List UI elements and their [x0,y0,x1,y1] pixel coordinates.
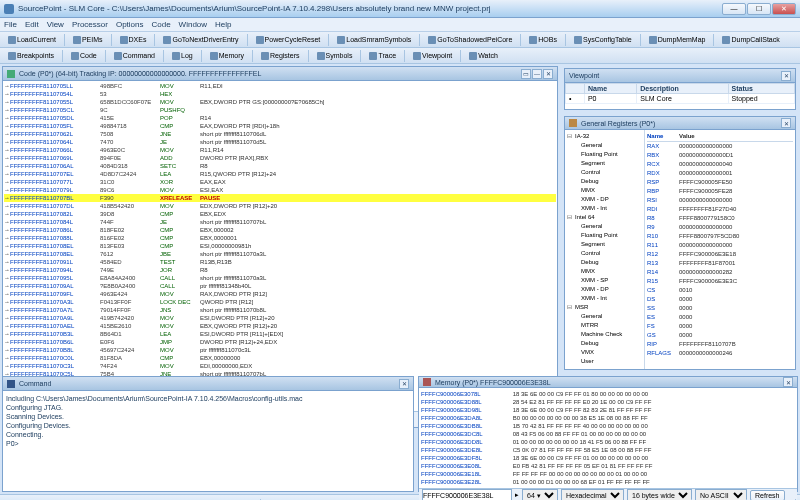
code-row[interactable]: →FFFFFFFFF81107066L 4963E0C MOV R11,R14 [4,146,556,154]
memory-row[interactable]: FFFFC900006E3E28L 01 00 00 00 D1 00 00 0… [421,478,795,486]
memory-row[interactable]: FFFFC900006E3DA8L B0 00 00 00 00 00 00 0… [421,414,795,422]
code-row[interactable]: →FFFFFFFFF8110705LL 498BFC MOV R11,EDI [4,82,556,90]
code-row[interactable]: →FFFFFFFFF811070A3L F0413FF0F LOCK DEC Q… [4,298,556,306]
memory-row[interactable]: FFFFC900006E3078L 18 3E 6E 00 00 C9 FF F… [421,390,795,398]
code-row[interactable]: →FFFFFFFFF81107082L 39D8 CMP EBX,EDX [4,210,556,218]
code-row[interactable]: →FFFFFFFFF81107062L 7508 JNE short ptr f… [4,130,556,138]
toolbar-loadcurrent[interactable]: LoadCurrent [4,34,60,46]
memory-mode-select[interactable]: Hexadecimal [561,489,624,500]
code-row[interactable]: →FFFFFFFFF8110707BL F390 XRELEASE PAUSE [4,194,556,202]
reg-category[interactable]: XMM - SP [567,276,642,285]
vp-row[interactable]: •P0SLM CoreStopped [566,94,795,104]
toolbar-registers[interactable]: Registers [257,50,304,62]
toolbar-breakpoints[interactable]: Breakpoints [4,50,58,62]
reg-category[interactable]: XMM - Int [567,204,642,213]
toolbar-powercyclereset[interactable]: PowerCycleReset [252,34,325,46]
menu-file[interactable]: File [4,20,17,29]
register-row[interactable]: CS 0010 [647,286,793,295]
toolbar-loadsmramsymbols[interactable]: LoadSmramSymbols [333,34,415,46]
vp-col[interactable]: Name [584,84,636,94]
reg-category[interactable]: XMM - DP [567,195,642,204]
code-row[interactable]: →FFFFFFFFF81107091L 4584ED TEST R13B,R13… [4,258,556,266]
code-row[interactable]: →FFFFFFFFF81107069L 894F0E ADD DWORD PTR… [4,154,556,162]
reg-category[interactable]: Debug [567,258,642,267]
reg-category[interactable]: Segment [567,240,642,249]
memory-row[interactable]: FFFFC900006E3E18L FF FF FF FF 00 00 00 0… [421,470,795,478]
memory-row[interactable]: FFFFC900006E3DE8L C5 0K 07 81 FF FF FF F… [421,446,795,454]
register-row[interactable]: R15FFFFC900006E3E3C [647,277,793,286]
code-row[interactable]: →FFFFFFFFF8110705DL 415E POP R14 [4,114,556,122]
register-row[interactable]: R8 FFFF8800779158C0 [647,214,793,223]
reg-category[interactable]: XMM - Int [567,294,642,303]
menu-code[interactable]: Code [151,20,170,29]
reg-category[interactable]: Control [567,168,642,177]
register-row[interactable]: GS 0000 [647,331,793,340]
toolbar-dxes[interactable]: DXEs [116,34,151,46]
reg-category[interactable]: VMX [567,348,642,357]
register-row[interactable]: FS 0000 [647,322,793,331]
toolbar-trace[interactable]: Trace [365,50,400,62]
reg-category[interactable]: MTRR [567,321,642,330]
toolbar-log[interactable]: Log [168,50,197,62]
reg-category[interactable]: XMM - DP [567,285,642,294]
toolbar-memory[interactable]: Memory [206,50,248,62]
register-row[interactable]: RCX0000000000000040 [647,160,793,169]
memory-row[interactable]: FFFFC900006E3DB8L 1B 70 42 81 FF FF FF F… [421,422,795,430]
toolbar-symbols[interactable]: Symbols [313,50,357,62]
reg-category[interactable]: Debug [567,177,642,186]
menu-options[interactable]: Options [116,20,144,29]
panel-close-icon[interactable]: ✕ [783,377,793,387]
code-row[interactable]: →FFFFFFFFF8110707EL 4D8D7C2424 LEA R15,Q… [4,170,556,178]
menu-help[interactable]: Help [215,20,231,29]
toolbar-gotonextdriverentry[interactable]: GoToNextDriverEntry [159,34,242,46]
register-row[interactable]: R140000000000000282 [647,268,793,277]
register-row[interactable]: SS 0000 [647,304,793,313]
code-row[interactable]: →FFFFFFFFF8110709FL 4963E424 MOV RAX,DWO… [4,290,556,298]
reg-category[interactable]: User [567,357,642,366]
toolbar-peims[interactable]: PEIMs [69,34,107,46]
register-row[interactable]: RIPFFFFFFFF8110707B [647,340,793,349]
command-output[interactable]: Including C:\Users\James\Documents\Arium… [3,391,413,491]
register-row[interactable]: RSPFFFFC900005FE50 [647,178,793,187]
memory-row[interactable]: FFFFC900006E3DC8L 08 43 F5 06 00 88 FF F… [421,430,795,438]
toolbar-gotoshadowedpeicore[interactable]: GoToShadowedPeiCore [424,34,516,46]
reg-category[interactable]: MMX [567,186,642,195]
toolbar-dumpmemmap[interactable]: DumpMemMap [645,34,710,46]
vp-col[interactable] [566,84,585,94]
panel-close-icon[interactable]: ✕ [543,69,553,79]
menu-window[interactable]: Window [179,20,207,29]
toolbar-viewpoint[interactable]: Viewpoint [409,50,456,62]
code-row[interactable]: →FFFFFFFFF811070C0L 81F8DA CMP EBX,00000… [4,354,556,362]
maximize-button[interactable]: ☐ [747,3,771,15]
disassembly-view[interactable]: →FFFFFFFFF8110705LL 498BFC MOV R11,EDI→F… [3,81,557,411]
go-icon[interactable]: ▸ [515,491,519,499]
code-row[interactable]: →FFFFFFFFF811070AEL 415BE2610 MOV EBX,QW… [4,322,556,330]
menu-edit[interactable]: Edit [25,20,39,29]
vp-col[interactable]: Status [728,84,794,94]
register-row[interactable]: RSI0000000000000000 [647,196,793,205]
code-row[interactable]: →FFFFFFFFF81107094L 749E JOR R8 [4,266,556,274]
minimize-button[interactable]: — [722,3,746,15]
register-row[interactable]: RFLAGS0000000000000246 [647,349,793,358]
code-row[interactable]: →FFFFFFFFF811070B8L 45697C2424 MOV ptr f… [4,346,556,354]
register-row[interactable]: R13FFFFFFFF81F87001 [647,259,793,268]
menu-view[interactable]: View [47,20,64,29]
reg-category[interactable]: Floating Point [567,150,642,159]
reg-group[interactable]: MSR [567,303,642,312]
memory-row[interactable]: FFFFC900006E3DF8L 18 3E 6E 00 00 C9 FF F… [421,454,795,462]
reg-category[interactable]: Machine Check [567,330,642,339]
register-row[interactable]: RDX0000000000000001 [647,169,793,178]
memory-row[interactable]: FFFFC900006E3DD8L 01 00 00 00 00 00 00 0… [421,438,795,446]
code-row[interactable]: →FFFFFFFFF811070A9L 419B742420 MOV ESI,D… [4,314,556,322]
code-row[interactable]: →FFFFFFFFF8110705FL 49884718 CMP EAX,DWO… [4,122,556,130]
register-row[interactable]: DS 0000 [647,295,793,304]
code-row[interactable]: →FFFFFFFFF811070B6L E0F6 JMP DWORD PTR [… [4,338,556,346]
reg-category[interactable]: General [567,312,642,321]
reg-category[interactable]: MMX [567,267,642,276]
code-row[interactable]: →FFFFFFFFF81107079L 89C6 MOV ESI,EAX [4,186,556,194]
code-row[interactable]: →FFFFFFFFF811070B3L 8B64D1 LEA ESI,DWORD… [4,330,556,338]
code-row[interactable]: →FFFFFFFFF811070C3L ?4F24 MOV EDI,000000… [4,362,556,370]
code-row[interactable]: →FFFFFFFFF81107054L 53 HEX [4,90,556,98]
code-row[interactable]: →FFFFFFFFF8110708EL 7612 JBE short ptr f… [4,250,556,258]
vp-col[interactable]: Description [637,84,728,94]
